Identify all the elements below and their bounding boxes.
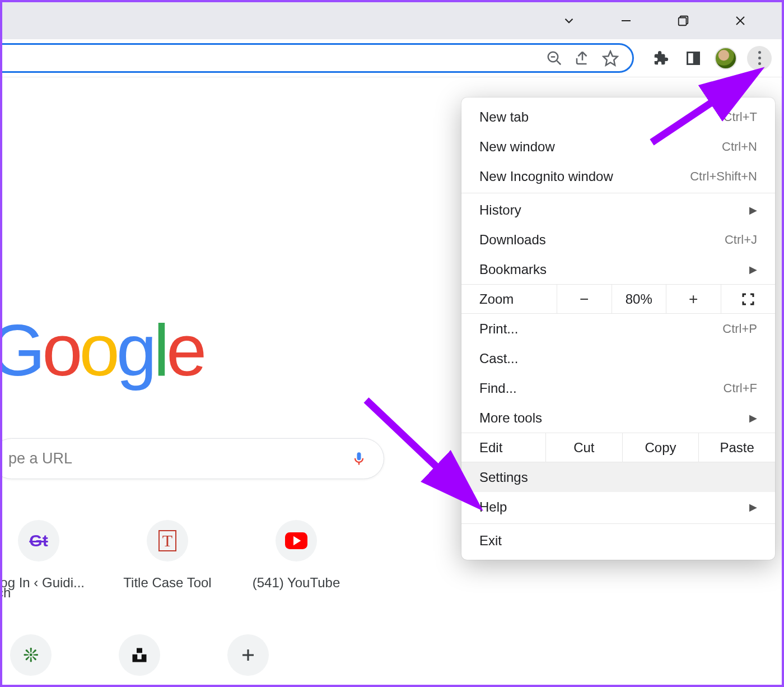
extensions-button[interactable] [650,47,672,69]
chevron-down-icon[interactable] [561,13,577,29]
menu-history[interactable]: History▶ [461,195,775,225]
shortcut-label: (541) YouTube [253,575,340,591]
shortcut-label: Log In ‹ Guidi... [0,575,85,591]
svg-rect-10 [694,52,699,64]
browser-toolbar [2,39,782,77]
profile-avatar[interactable] [715,47,737,69]
zoom-out-icon[interactable] [545,49,564,68]
chevron-right-icon: ▶ [749,412,757,424]
zoom-value: 80% [612,285,666,313]
svg-line-6 [557,61,561,64]
minimize-button[interactable] [618,13,634,29]
shortcut-icon-unsplash[interactable] [119,634,160,676]
more-menu-button[interactable] [747,46,772,71]
zoom-in-button[interactable]: + [666,285,721,313]
menu-new-tab[interactable]: New tabCtrl+T [461,102,775,132]
mic-icon[interactable] [351,451,367,467]
menu-find[interactable]: Find...Ctrl+F [461,373,775,403]
star-icon[interactable] [601,49,620,68]
menu-incognito[interactable]: New Incognito windowCtrl+Shift+N [461,161,775,191]
menu-print[interactable]: Print...Ctrl+P [461,314,775,344]
cut-button[interactable]: Cut [545,433,622,462]
share-icon[interactable] [573,49,592,68]
edit-label: Edit [461,440,545,456]
shortcuts-row: Gt Log In ‹ Guidi... T Title Case Tool (… [0,520,355,591]
chevron-right-icon: ▶ [749,263,757,276]
close-button[interactable] [732,13,748,29]
search-placeholder: pe a URL [8,450,72,467]
menu-settings[interactable]: Settings [461,462,775,492]
chrome-menu: New tabCtrl+T New windowCtrl+N New Incog… [461,98,775,560]
window-controls [2,2,782,39]
zoom-label: Zoom [461,291,557,307]
sidepanel-button[interactable] [682,47,704,69]
menu-more-tools[interactable]: More tools▶ [461,403,775,433]
youtube-icon [276,520,317,561]
add-shortcut-button[interactable] [227,634,269,676]
shortcut-label: Title Case Tool [123,575,211,591]
shortcuts-row-2: ❊ [2,634,269,676]
shortcut-item[interactable]: T Title Case Tool [109,520,226,591]
menu-bookmarks[interactable]: Bookmarks▶ [461,254,775,284]
menu-cast[interactable]: Cast... [461,344,775,373]
menu-new-window[interactable]: New windowCtrl+N [461,132,775,161]
maximize-button[interactable] [675,13,691,29]
menu-edit-row: Edit Cut Copy Paste [461,433,775,462]
zoom-out-button[interactable]: − [557,285,612,313]
menu-zoom-row: Zoom − 80% + [461,284,775,314]
search-box[interactable]: pe a URL [0,438,384,479]
menu-exit[interactable]: Exit [461,526,775,555]
copy-button[interactable]: Copy [622,433,699,462]
fullscreen-button[interactable] [721,285,776,313]
shortcut-item[interactable]: Gt Log In ‹ Guidi... [0,520,97,591]
svg-rect-2 [679,18,687,26]
paste-button[interactable]: Paste [698,433,775,462]
menu-help[interactable]: Help▶ [461,492,775,522]
chevron-right-icon: ▶ [749,501,757,513]
google-logo: Google [0,308,203,392]
svg-rect-13 [137,648,142,653]
chevron-right-icon: ▶ [749,204,757,216]
svg-marker-8 [604,51,618,65]
more-vertical-icon [758,51,761,65]
menu-downloads[interactable]: DownloadsCtrl+J [461,225,775,254]
shortcut-icon-t: T [147,520,188,561]
shortcut-item[interactable]: (541) YouTube [237,520,355,591]
shortcut-icon-leaf[interactable]: ❊ [10,634,52,676]
omnibox[interactable] [2,43,634,73]
shortcut-icon-gt: Gt [18,520,59,561]
